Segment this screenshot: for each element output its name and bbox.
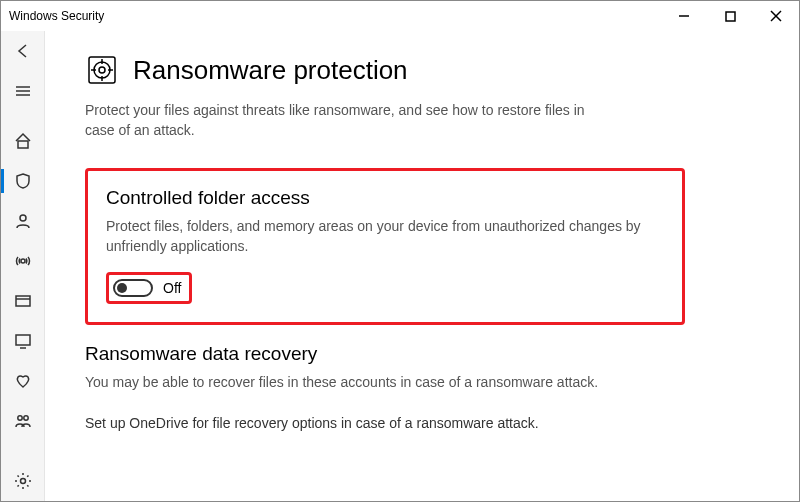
app-control-icon[interactable] xyxy=(1,281,45,321)
sidebar xyxy=(1,31,45,501)
page-lead: Protect your files against threats like … xyxy=(85,101,605,140)
window-title: Windows Security xyxy=(9,9,104,23)
onedrive-text: Set up OneDrive for file recovery option… xyxy=(85,415,685,431)
health-icon[interactable] xyxy=(1,361,45,401)
svg-point-9 xyxy=(21,259,25,263)
cfa-toggle-highlight: Off xyxy=(106,272,192,304)
recovery-description: You may be able to recover files in thes… xyxy=(85,373,685,393)
ransomware-data-recovery-section: Ransomware data recovery You may be able… xyxy=(85,343,685,393)
back-button[interactable] xyxy=(1,31,45,71)
menu-button[interactable] xyxy=(1,71,45,111)
maximize-button[interactable] xyxy=(707,1,753,31)
svg-point-19 xyxy=(99,67,105,73)
content-area: Ransomware protection Protect your files… xyxy=(45,31,799,501)
svg-point-8 xyxy=(20,215,26,221)
minimize-button[interactable] xyxy=(661,1,707,31)
cfa-toggle-label: Off xyxy=(163,280,181,296)
svg-rect-10 xyxy=(16,296,30,306)
page-title: Ransomware protection xyxy=(133,55,408,86)
settings-icon[interactable] xyxy=(1,461,45,501)
close-button[interactable] xyxy=(753,1,799,31)
cfa-description: Protect files, folders, and memory areas… xyxy=(106,217,664,256)
svg-point-16 xyxy=(21,479,26,484)
home-icon[interactable] xyxy=(1,121,45,161)
svg-rect-12 xyxy=(16,335,30,345)
device-security-icon[interactable] xyxy=(1,321,45,361)
family-icon[interactable] xyxy=(1,401,45,441)
svg-point-14 xyxy=(18,416,22,420)
controlled-folder-access-section: Controlled folder access Protect files, … xyxy=(85,168,685,325)
cfa-toggle[interactable] xyxy=(113,279,153,297)
firewall-icon[interactable] xyxy=(1,241,45,281)
account-icon[interactable] xyxy=(1,201,45,241)
titlebar: Windows Security xyxy=(1,1,799,31)
svg-point-15 xyxy=(24,416,28,420)
toggle-knob xyxy=(117,283,127,293)
shield-icon[interactable] xyxy=(1,161,45,201)
svg-rect-1 xyxy=(726,12,735,21)
ransomware-shield-icon xyxy=(85,53,119,87)
svg-point-18 xyxy=(94,62,110,78)
svg-rect-7 xyxy=(18,141,28,148)
recovery-heading: Ransomware data recovery xyxy=(85,343,685,365)
cfa-heading: Controlled folder access xyxy=(106,187,664,209)
